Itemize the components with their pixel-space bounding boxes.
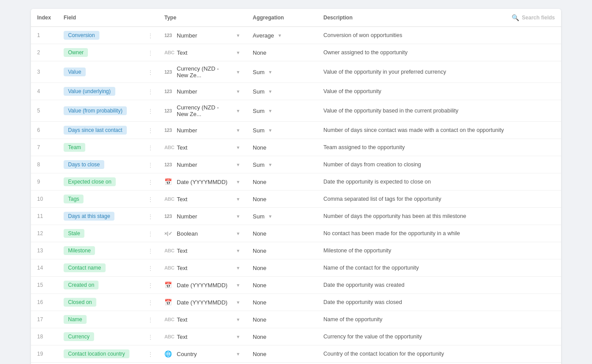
agg-text: Sum [253,69,265,75]
drag-handle[interactable]: ⋮ [146,242,158,259]
row-index: 13 [31,242,57,259]
type-cell: 123 Currency (NZD - New Ze... ▼ [158,100,247,122]
type-cell: ABC Text ▼ [158,328,247,345]
type-cell: 📅 Date (YYYYMMDD) ▼ [158,173,247,191]
drag-handle[interactable]: ⋮ [146,173,158,191]
type-dropdown-arrow[interactable]: ▼ [236,334,240,339]
date-icon: 📅 [164,178,174,185]
drag-handle[interactable]: ⋮ [146,139,158,156]
drag-handle[interactable]: ⋮ [146,363,158,364]
agg-dropdown-arrow[interactable]: ▼ [268,70,273,75]
desc-cell: Number of days the opportunity has been … [317,208,561,225]
field-cell: Days at this stage [57,208,146,225]
row-index: 11 [31,208,57,225]
agg-cell: Sum ▼ [247,100,317,122]
drag-handle[interactable]: ⋮ [146,259,158,277]
field-badge: Owner [64,48,88,57]
row-index: 6 [31,122,57,139]
agg-text: None [253,282,266,289]
field-badge: Value [64,68,86,76]
type-cell: 123 Number ▼ [158,27,247,44]
field-cell: Milestone [57,242,146,259]
drag-handle[interactable]: ⋮ [146,191,158,208]
type-dropdown-arrow[interactable]: ▼ [236,33,240,38]
type-dropdown-arrow[interactable]: ▼ [236,180,240,184]
table-row: 10 Tags ⋮ ABC Text ▼ None Comma separate… [31,191,561,208]
type-dropdown-arrow[interactable]: ▼ [236,50,240,55]
drag-handle[interactable]: ⋮ [146,61,158,83]
drag-handle[interactable]: ⋮ [146,311,158,328]
agg-dropdown-arrow[interactable]: ▼ [268,162,273,167]
field-cell: Contact location country [57,345,146,363]
field-cell: Days since last contact [57,122,146,139]
row-index: 16 [31,294,57,311]
type-dropdown-arrow[interactable]: ▼ [236,248,240,253]
desc-cell: Date the opportunity was created [317,277,561,294]
type-dropdown-arrow[interactable]: ▼ [236,89,240,94]
row-index: 3 [31,61,57,83]
drag-handle[interactable]: ⋮ [146,27,158,44]
type-text: Text [177,49,231,56]
fields-table-container: Index Field Type Aggregation Description… [31,9,561,364]
agg-cell: Sum ▼ [247,208,317,225]
drag-handle[interactable]: ⋮ [146,83,158,100]
type-dropdown-arrow[interactable]: ▼ [236,352,240,356]
drag-handle[interactable]: ⋮ [146,44,158,61]
field-cell: Tags [57,191,146,208]
drag-handle[interactable]: ⋮ [146,277,158,294]
desc-cell: Comma separated list of tags for the opp… [317,191,561,208]
table-row: 3 Value ⋮ 123 Currency (NZD - New Ze... … [31,61,561,83]
search-icon: 🔍 [512,14,519,21]
type-cell: ABC Text ▼ [158,242,247,259]
drag-handle[interactable]: ⋮ [146,345,158,363]
row-index: 9 [31,173,57,191]
field-badge: Currency [64,332,94,341]
type-dropdown-arrow[interactable]: ▼ [236,214,240,219]
agg-dropdown-arrow[interactable]: ▼ [268,214,273,219]
type-cell: ABC Text ▼ [158,44,247,61]
type-dropdown-arrow[interactable]: ▼ [236,197,240,202]
drag-handle[interactable]: ⋮ [146,208,158,225]
drag-handle[interactable]: ⋮ [146,225,158,242]
agg-cell: None [247,294,317,311]
type-cell: 123 Number ▼ [158,122,247,139]
agg-dropdown-arrow[interactable]: ▼ [268,128,273,133]
type-dropdown-arrow[interactable]: ▼ [236,145,240,150]
type-dropdown-arrow[interactable]: ▼ [236,283,240,288]
desc-cell: Owner assigned to the opportunity [317,44,561,61]
type-dropdown-arrow[interactable]: ▼ [236,70,240,75]
agg-text: None [253,179,266,185]
type-dropdown-arrow[interactable]: ▼ [236,300,240,305]
agg-cell: Sum ▼ [247,83,317,100]
table-row: 2 Owner ⋮ ABC Text ▼ None Owner assigned… [31,44,561,61]
field-badge: Closed on [64,298,96,307]
agg-text: Sum [253,88,265,95]
row-index: 20 [31,363,57,364]
type-dropdown-arrow[interactable]: ▼ [236,162,240,167]
table-row: 4 Value (underlying) ⋮ 123 Number ▼ Sum … [31,83,561,100]
type-dropdown-arrow[interactable]: ▼ [236,109,240,113]
agg-text: None [253,248,266,254]
agg-dropdown-arrow[interactable]: ▼ [277,33,282,38]
type-cell: ABC Text ▼ [158,191,247,208]
type-dropdown-arrow[interactable]: ▼ [236,317,240,322]
type-dropdown-arrow[interactable]: ▼ [236,266,240,270]
type-dropdown-arrow[interactable]: ▼ [236,128,240,133]
type-text: Text [177,334,231,340]
drag-handle[interactable]: ⋮ [146,156,158,173]
type-cell: 📅 Date (YYYYMMDD) ▼ [158,294,247,311]
type-dropdown-arrow[interactable]: ▼ [236,231,240,236]
agg-dropdown-arrow[interactable]: ▼ [268,89,273,94]
table-row: 19 Contact location country ⋮ 🌐 Country … [31,345,561,363]
number-icon: 123 [164,69,174,75]
desc-cell: Value of the opportunity [317,83,561,100]
drag-handle[interactable]: ⋮ [146,294,158,311]
drag-handle[interactable]: ⋮ [146,100,158,122]
agg-dropdown-arrow[interactable]: ▼ [268,109,273,113]
text-icon: ABC [164,248,174,253]
field-badge: Team [64,143,85,152]
drag-handle[interactable]: ⋮ [146,122,158,139]
field-cell: Contact location city [57,363,146,364]
type-cell: ABC Text ▼ [158,259,247,277]
drag-handle[interactable]: ⋮ [146,328,158,345]
